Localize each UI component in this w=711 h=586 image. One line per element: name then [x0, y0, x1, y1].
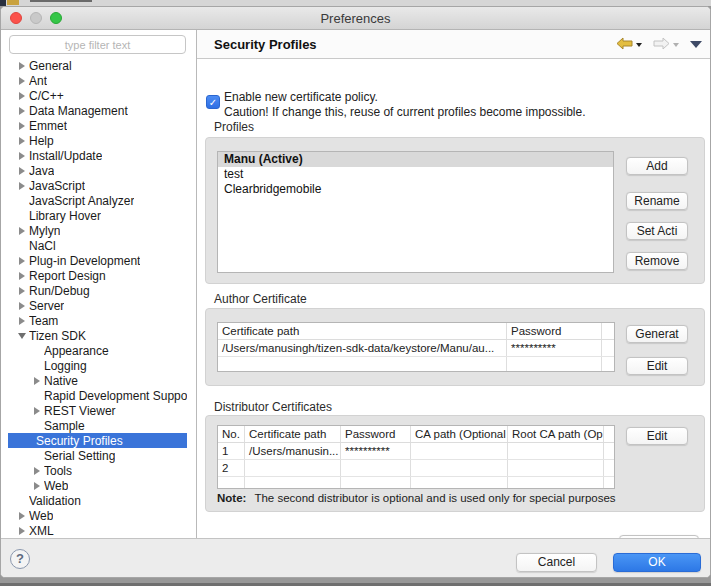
- sidebar-item-plug-in-development[interactable]: Plug-in Development: [1, 253, 196, 268]
- disclosure-triangle-icon[interactable]: [33, 482, 41, 490]
- disclosure-triangle-icon[interactable]: [18, 257, 26, 265]
- note-label: Note:: [217, 492, 246, 504]
- sidebar-item-label: JavaScript Analyzer: [29, 194, 134, 208]
- set-active-button[interactable]: Set Acti: [626, 222, 688, 240]
- cell-blank: [508, 477, 604, 488]
- sidebar-item-server[interactable]: Server: [1, 298, 196, 313]
- sidebar-item-mylyn[interactable]: Mylyn: [1, 223, 196, 238]
- sidebar-item-native[interactable]: Native: [1, 373, 196, 388]
- disclosure-triangle-icon[interactable]: [18, 512, 26, 520]
- panel-body: ✓ Enable new certificate policy. Caution…: [197, 59, 711, 538]
- cell-blank: [507, 357, 602, 371]
- forward-button[interactable]: [653, 36, 670, 54]
- sidebar-item-c-c-[interactable]: C/C++: [1, 88, 196, 103]
- forward-dropdown-icon[interactable]: [673, 43, 679, 47]
- enable-policy-checkbox[interactable]: ✓: [206, 95, 220, 109]
- disclosure-triangle-icon[interactable]: [18, 107, 26, 115]
- sidebar-item-install-update[interactable]: Install/Update: [1, 148, 196, 163]
- sidebar-item-sample[interactable]: Sample: [1, 418, 196, 433]
- sidebar-item-validation[interactable]: Validation: [1, 493, 196, 508]
- sidebar-item-report-design[interactable]: Report Design: [1, 268, 196, 283]
- sidebar-item-nacl[interactable]: NaCl: [1, 238, 196, 253]
- disclosure-triangle-icon[interactable]: [18, 287, 26, 295]
- disclosure-triangle-icon[interactable]: [18, 122, 26, 130]
- sidebar-item-tizen-sdk[interactable]: Tizen SDK: [1, 328, 196, 343]
- sidebar-item-run-debug[interactable]: Run/Debug: [1, 283, 196, 298]
- sidebar-item-ant[interactable]: Ant: [1, 73, 196, 88]
- ok-button[interactable]: OK: [613, 553, 701, 572]
- disclosure-triangle-icon[interactable]: [18, 182, 26, 190]
- sidebar-item-security-profiles[interactable]: Security Profiles: [8, 433, 187, 448]
- back-button[interactable]: [616, 36, 633, 54]
- sidebar-item-label: Native: [44, 374, 78, 388]
- sidebar-item-help[interactable]: Help: [1, 133, 196, 148]
- sidebar-item-rest-viewer[interactable]: REST Viewer: [1, 403, 196, 418]
- disclosure-triangle-icon[interactable]: [18, 152, 26, 160]
- sidebar-item-serial-setting[interactable]: Serial Setting: [1, 448, 196, 463]
- filter-input[interactable]: [9, 35, 186, 54]
- back-dropdown-icon[interactable]: [636, 43, 642, 47]
- sidebar-item-rapid-development-suppo[interactable]: Rapid Development Suppo: [1, 388, 196, 403]
- sidebar-item-javascript-analyzer[interactable]: JavaScript Analyzer: [1, 193, 196, 208]
- sidebar-item-team[interactable]: Team: [1, 313, 196, 328]
- disclosure-triangle-icon[interactable]: [18, 92, 26, 100]
- disclosure-triangle-icon[interactable]: [18, 62, 26, 70]
- generate-button[interactable]: Generat: [626, 325, 688, 343]
- disclosure-triangle-icon[interactable]: [18, 527, 26, 535]
- disclosure-triangle-icon[interactable]: [18, 77, 26, 85]
- sidebar-item-java[interactable]: Java: [1, 163, 196, 178]
- sidebar-item-data-management[interactable]: Data Management: [1, 103, 196, 118]
- disclosure-triangle-icon[interactable]: [33, 407, 41, 415]
- disclosure-triangle-icon[interactable]: [18, 302, 26, 310]
- author-edit-button[interactable]: Edit: [626, 357, 688, 375]
- cancel-button[interactable]: Cancel: [516, 553, 597, 572]
- tree-indent: [33, 422, 41, 430]
- disclosure-triangle-icon[interactable]: [18, 137, 26, 145]
- sidebar-item-label: Data Management: [29, 104, 128, 118]
- profile-list-item[interactable]: Manu (Active): [218, 152, 613, 167]
- distributor-edit-button[interactable]: Edit: [626, 427, 688, 445]
- column-header-password: Password: [341, 426, 411, 442]
- profiles-section-label: Profiles: [214, 120, 254, 134]
- cell-blank: [411, 477, 508, 488]
- sidebar-item-web[interactable]: Web: [1, 508, 196, 523]
- distributor-cert-group: No. Certificate path Password CA path (O…: [205, 415, 705, 512]
- sidebar-item-tools[interactable]: Tools: [1, 463, 196, 478]
- profile-list-item[interactable]: Clearbridgemobile: [218, 182, 613, 197]
- disclosure-triangle-icon[interactable]: [18, 167, 26, 175]
- disclosure-triangle-icon[interactable]: [33, 467, 41, 475]
- table-row[interactable]: /Users/manusingh/tizen-sdk-data/keystore…: [218, 340, 614, 357]
- table-row-empty[interactable]: [218, 477, 614, 488]
- sidebar-item-appearance[interactable]: Appearance: [1, 343, 196, 358]
- profiles-list[interactable]: Manu (Active)testClearbridgemobile: [217, 151, 614, 273]
- table-row[interactable]: 1 /Users/manusin... **********: [218, 443, 614, 460]
- sidebar-item-library-hover[interactable]: Library Hover: [1, 208, 196, 223]
- disclosure-triangle-icon[interactable]: [18, 332, 26, 340]
- rename-button[interactable]: Rename: [626, 192, 688, 210]
- table-row-empty[interactable]: [218, 357, 614, 371]
- disclosure-triangle-icon[interactable]: [33, 377, 41, 385]
- cell-password: **********: [341, 443, 411, 459]
- tree-indent: [33, 362, 41, 370]
- profile-list-item[interactable]: test: [218, 167, 613, 182]
- author-cert-group: Certificate path Password /Users/manusin…: [205, 308, 705, 386]
- sidebar-item-label: Sample: [44, 419, 85, 433]
- sidebar-item-general[interactable]: General: [1, 58, 196, 73]
- sidebar-item-logging[interactable]: Logging: [1, 358, 196, 373]
- add-button[interactable]: Add: [626, 157, 688, 175]
- sidebar-item-xml[interactable]: XML: [1, 523, 196, 538]
- table-row[interactable]: 2: [218, 460, 614, 477]
- sidebar-item-javascript[interactable]: JavaScript: [1, 178, 196, 193]
- view-menu-icon[interactable]: [690, 41, 702, 48]
- remove-button[interactable]: Remove: [626, 252, 688, 270]
- sidebar-item-emmet[interactable]: Emmet: [1, 118, 196, 133]
- title-bar[interactable]: Preferences: [1, 7, 710, 30]
- sidebar-item-label: NaCl: [29, 239, 56, 253]
- disclosure-triangle-icon[interactable]: [18, 227, 26, 235]
- sidebar-item-label: Mylyn: [29, 224, 60, 238]
- sidebar-item-web[interactable]: Web: [1, 478, 196, 493]
- header-nav-icons: [616, 30, 702, 59]
- disclosure-triangle-icon[interactable]: [18, 272, 26, 280]
- help-button[interactable]: ?: [10, 549, 30, 569]
- disclosure-triangle-icon[interactable]: [18, 317, 26, 325]
